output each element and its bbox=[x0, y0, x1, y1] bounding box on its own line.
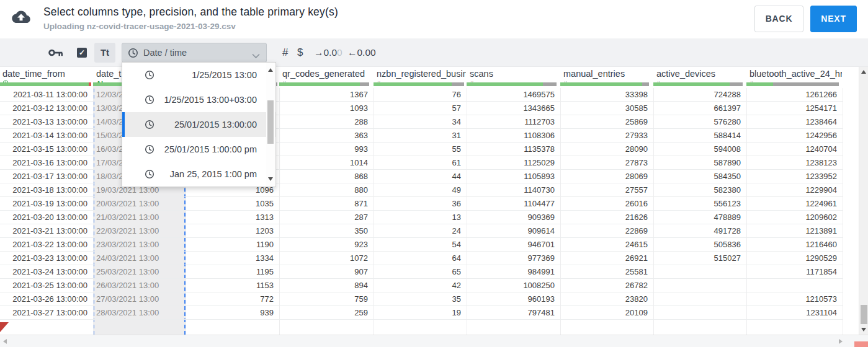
table-cell[interactable]: 1238464 bbox=[746, 115, 843, 128]
table-cell[interactable]: 19 bbox=[374, 306, 467, 319]
table-cell[interactable]: 984991 bbox=[467, 265, 560, 278]
table-cell[interactable]: 1313 bbox=[186, 211, 279, 224]
increase-decimal-button[interactable]: →0.00 bbox=[314, 38, 342, 67]
table-cell[interactable]: 1035 bbox=[186, 197, 279, 210]
primary-key-icon[interactable] bbox=[48, 48, 63, 58]
table-cell[interactable]: 28/03/2021 13:00 bbox=[93, 306, 186, 319]
horizontal-scrollbar[interactable] bbox=[0, 335, 868, 347]
table-cell[interactable]: 49 bbox=[374, 183, 467, 196]
table-cell[interactable]: 584350 bbox=[653, 170, 746, 183]
table-cell[interactable]: 27557 bbox=[560, 183, 653, 196]
table-cell[interactable]: 26921 bbox=[560, 252, 653, 265]
table-cell[interactable]: 31 bbox=[374, 129, 467, 142]
table-cell[interactable]: 1093 bbox=[279, 102, 374, 115]
column-header-qr_codes_generated[interactable]: qr_codes_generated bbox=[282, 69, 373, 80]
table-cell[interactable]: 42 bbox=[374, 279, 467, 292]
table-cell[interactable]: 1238123 bbox=[746, 156, 843, 169]
datetime-format-select[interactable]: Date / time bbox=[122, 43, 267, 63]
table-cell[interactable]: 23/03/2021 13:00 bbox=[93, 238, 186, 251]
table-cell[interactable]: 2021-03-25 13:00:00 bbox=[0, 279, 93, 292]
table-cell[interactable]: 1135378 bbox=[467, 143, 560, 156]
table-cell[interactable]: 33398 bbox=[560, 88, 653, 101]
table-cell[interactable]: 25581 bbox=[560, 265, 653, 278]
scroll-down-icon[interactable] bbox=[268, 177, 273, 181]
table-cell[interactable]: 1290529 bbox=[746, 252, 843, 265]
table-cell[interactable]: 350 bbox=[279, 224, 374, 237]
table-cell[interactable]: 1072 bbox=[279, 252, 374, 265]
scroll-up-icon[interactable] bbox=[861, 70, 866, 74]
table-cell[interactable]: 22/03/2021 13:00 bbox=[93, 224, 186, 237]
table-cell[interactable]: 1343665 bbox=[467, 102, 560, 115]
table-cell[interactable]: 880 bbox=[279, 183, 374, 196]
table-cell[interactable]: 363 bbox=[279, 129, 374, 142]
table-cell[interactable]: 25869 bbox=[560, 115, 653, 128]
table-cell[interactable]: 1014 bbox=[279, 156, 374, 169]
table-cell[interactable]: 24615 bbox=[560, 238, 653, 251]
table-cell[interactable]: 287 bbox=[279, 211, 374, 224]
table-cell[interactable]: 2021-03-18 13:00:00 bbox=[0, 183, 93, 196]
table-cell[interactable]: 515027 bbox=[653, 252, 746, 265]
table-cell[interactable]: 2021-03-27 13:00:00 bbox=[0, 306, 93, 319]
table-cell[interactable]: 27933 bbox=[560, 129, 653, 142]
table-cell[interactable]: 576280 bbox=[653, 115, 746, 128]
table-cell[interactable]: 26782 bbox=[560, 279, 653, 292]
table-cell[interactable]: 1224961 bbox=[746, 197, 843, 210]
dropdown-option[interactable]: 1/25/2015 13:00+03:00 bbox=[122, 87, 275, 112]
table-cell[interactable]: 2021-03-15 13:00:00 bbox=[0, 143, 93, 156]
column-header-scans[interactable]: scans bbox=[470, 69, 560, 80]
table-cell[interactable]: 1195 bbox=[186, 265, 279, 278]
integer-type-button[interactable]: # bbox=[282, 38, 288, 67]
table-cell[interactable]: 20/03/2021 13:00 bbox=[93, 197, 186, 210]
table-cell[interactable]: 23820 bbox=[560, 292, 653, 305]
table-cell[interactable]: 1171854 bbox=[746, 265, 843, 278]
table-cell[interactable]: 1213891 bbox=[746, 224, 843, 237]
table-cell[interactable]: 797481 bbox=[467, 306, 560, 319]
table-cell[interactable]: 582380 bbox=[653, 183, 746, 196]
table-cell[interactable]: 923 bbox=[279, 238, 374, 251]
table-cell[interactable]: 491728 bbox=[653, 224, 746, 237]
table-cell[interactable]: 1112703 bbox=[467, 115, 560, 128]
table-cell[interactable]: 25/03/2021 13:00 bbox=[93, 265, 186, 278]
table-cell[interactable]: 1334 bbox=[186, 252, 279, 265]
decrease-decimal-button[interactable]: ←0.00 bbox=[347, 38, 376, 67]
table-cell[interactable]: 27873 bbox=[560, 156, 653, 169]
table-cell[interactable]: 64 bbox=[374, 252, 467, 265]
dropdown-scrollbar-thumb[interactable] bbox=[267, 100, 274, 144]
table-cell[interactable]: 2021-03-23 13:00:00 bbox=[0, 252, 93, 265]
table-cell[interactable]: 26/03/2021 13:00 bbox=[93, 279, 186, 292]
table-cell[interactable]: 2021-03-11 13:00:00 bbox=[0, 88, 93, 101]
column-header-manual_entries[interactable]: manual_entries bbox=[563, 69, 653, 80]
table-cell[interactable]: 1140730 bbox=[467, 183, 560, 196]
table-cell[interactable]: 907 bbox=[279, 265, 374, 278]
scroll-up-icon[interactable] bbox=[268, 68, 273, 72]
table-cell[interactable]: 288 bbox=[279, 115, 374, 128]
text-type-button[interactable]: Tt bbox=[94, 43, 115, 63]
scroll-right-icon[interactable] bbox=[839, 339, 843, 344]
table-cell[interactable]: 871 bbox=[279, 197, 374, 210]
table-cell[interactable]: 977369 bbox=[467, 252, 560, 265]
boolean-type-checkbox[interactable]: ✓ bbox=[77, 48, 87, 58]
table-cell[interactable]: 36 bbox=[374, 197, 467, 210]
dropdown-option[interactable]: 25/01/2015 13:00:00 bbox=[122, 112, 275, 137]
table-cell[interactable]: 1229904 bbox=[746, 183, 843, 196]
table-cell[interactable]: 2021-03-22 13:00:00 bbox=[0, 238, 93, 251]
vertical-scrollbar[interactable] bbox=[859, 67, 868, 335]
table-cell[interactable]: 1008250 bbox=[467, 279, 560, 292]
table-cell[interactable]: 259 bbox=[279, 306, 374, 319]
table-cell[interactable]: 661397 bbox=[653, 102, 746, 115]
table-cell[interactable]: 894 bbox=[279, 279, 374, 292]
table-cell[interactable]: 759 bbox=[279, 292, 374, 305]
next-button[interactable]: NEXT bbox=[810, 6, 857, 32]
table-cell[interactable]: 1242956 bbox=[746, 129, 843, 142]
table-cell[interactable]: 2021-03-16 13:00:00 bbox=[0, 156, 93, 169]
table-cell[interactable]: 478889 bbox=[653, 211, 746, 224]
dropdown-option[interactable]: 25/01/2015 1:00:00 pm bbox=[122, 137, 275, 162]
column-header-date_time_from[interactable]: date_time_from bbox=[2, 69, 92, 80]
table-cell[interactable]: 1469575 bbox=[467, 88, 560, 101]
table-cell[interactable]: 505836 bbox=[653, 238, 746, 251]
scroll-down-icon[interactable] bbox=[861, 328, 866, 332]
table-cell[interactable]: 1190 bbox=[186, 238, 279, 251]
table-cell[interactable]: 993 bbox=[279, 143, 374, 156]
table-cell[interactable]: 868 bbox=[279, 170, 374, 183]
back-button[interactable]: BACK bbox=[754, 6, 803, 32]
